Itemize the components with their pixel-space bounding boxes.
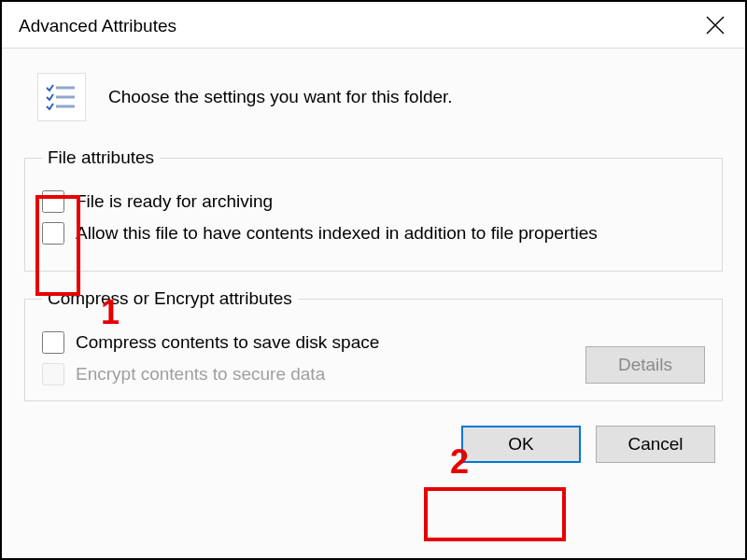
encrypt-label: Encrypt contents to secure data	[76, 364, 325, 385]
dialog-button-row: OK Cancel	[24, 418, 723, 463]
compress-encrypt-legend: Compress or Encrypt attributes	[42, 288, 298, 309]
archive-row[interactable]: File is ready for archiving	[42, 190, 705, 213]
index-checkbox[interactable]	[42, 222, 64, 245]
intro-text: Choose the settings you want for this fo…	[108, 87, 453, 107]
archive-checkbox[interactable]	[42, 190, 64, 213]
compress-encrypt-group: Compress or Encrypt attributes Compress …	[24, 288, 723, 401]
close-button[interactable]	[704, 14, 728, 38]
dialog-window: Advanced Attributes Choose the	[0, 0, 747, 560]
ok-button[interactable]: OK	[461, 426, 581, 463]
index-label: Allow this file to have contents indexed…	[76, 223, 598, 244]
title-bar: Advanced Attributes	[2, 2, 745, 49]
file-attributes-group: File attributes File is ready for archiv…	[24, 147, 723, 272]
cancel-button[interactable]: Cancel	[596, 426, 715, 463]
archive-label: File is ready for archiving	[76, 191, 273, 212]
checklist-icon	[37, 73, 86, 121]
close-icon	[704, 14, 726, 36]
dialog-client-area: Choose the settings you want for this fo…	[2, 49, 745, 558]
file-attributes-legend: File attributes	[42, 147, 160, 168]
encrypt-checkbox	[42, 363, 64, 385]
index-row[interactable]: Allow this file to have contents indexed…	[42, 222, 705, 245]
compress-checkbox[interactable]	[42, 331, 64, 354]
dialog-title: Advanced Attributes	[19, 16, 176, 36]
compress-label: Compress contents to save disk space	[76, 332, 379, 353]
encrypt-row: Encrypt contents to secure data	[42, 363, 705, 385]
intro-row: Choose the settings you want for this fo…	[37, 73, 723, 121]
compress-row[interactable]: Compress contents to save disk space	[42, 331, 705, 354]
